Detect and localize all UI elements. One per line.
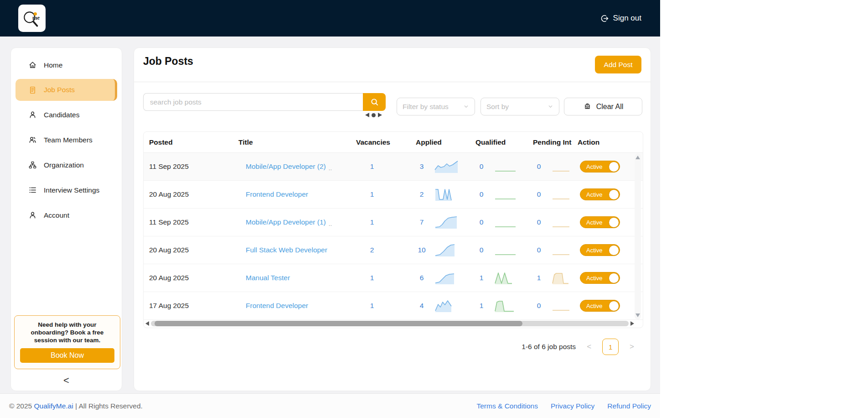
copyright-suffix: | All Rights Reserved.: [73, 402, 143, 410]
home-icon: [28, 61, 37, 70]
sidebar-item-team-members[interactable]: Team Members: [11, 127, 122, 152]
vacancies-cell: 1: [356, 153, 416, 180]
vacancies-count[interactable]: 1: [367, 274, 377, 282]
pending-count[interactable]: 0: [533, 246, 545, 254]
pending-count[interactable]: 0: [533, 302, 545, 310]
job-title-link[interactable]: Mobile/App Developer (1): [246, 218, 326, 226]
toggle-knob: [609, 190, 619, 199]
truncation-dots: ..: [329, 220, 332, 227]
vacancies-count[interactable]: 2: [367, 246, 377, 254]
sidebar-item-interview-settings[interactable]: Interview Settings: [11, 178, 122, 203]
status-toggle[interactable]: Active: [580, 188, 620, 200]
horizontal-scroll-track[interactable]: [151, 321, 629, 326]
scroll-up-arrow-icon[interactable]: [636, 156, 640, 159]
sidebar-item-job-posts[interactable]: Job Posts: [16, 79, 117, 101]
applied-count[interactable]: 2: [416, 190, 428, 199]
pagination-prev-button[interactable]: <: [585, 342, 593, 351]
qualified-cell: 1: [475, 264, 533, 292]
qualified-cell: 0: [475, 153, 533, 180]
status-toggle[interactable]: Active: [580, 272, 620, 284]
toggle-knob: [609, 273, 619, 283]
main-panel: Job Posts Add Post Filter by status: [134, 47, 651, 391]
pagination-next-button[interactable]: >: [628, 342, 636, 351]
vacancies-count[interactable]: 1: [367, 190, 377, 199]
scroll-down-arrow-icon[interactable]: [636, 314, 640, 317]
sidebar-item-candidates[interactable]: Candidates: [11, 102, 122, 127]
qualified-sparkline: [494, 160, 519, 173]
sidebar-item-label: Home: [44, 61, 62, 69]
terms-link[interactable]: Terms & Conditions: [477, 402, 538, 410]
status-toggle[interactable]: Active: [580, 216, 620, 228]
job-title-link[interactable]: Frontend Developer: [246, 190, 308, 199]
job-title-link[interactable]: Mobile/App Developer (2): [246, 162, 326, 171]
status-label: Active: [580, 219, 602, 226]
qualified-count[interactable]: 1: [475, 274, 487, 282]
applied-count[interactable]: 4: [416, 302, 428, 310]
qualifyme-link[interactable]: QualifyMe.ai: [34, 402, 73, 410]
applied-sparkline: [434, 188, 460, 201]
status-toggle[interactable]: Active: [580, 244, 620, 256]
clear-all-button[interactable]: Clear All: [564, 98, 642, 115]
filter-status-placeholder: Filter by status: [403, 103, 449, 111]
search-button[interactable]: [363, 93, 386, 111]
qualified-count[interactable]: 1: [475, 302, 487, 310]
horizontal-scrollbar[interactable]: [145, 320, 634, 327]
posted-date: 20 Aug 2025: [144, 264, 238, 292]
sign-out-button[interactable]: Sign out: [600, 14, 641, 23]
qualified-count[interactable]: 0: [475, 218, 487, 226]
magnifier-logo-icon: me: [21, 8, 42, 29]
posted-date: 17 Aug 2025: [144, 292, 238, 319]
table-row: 20 Aug 2025 Manual Tester 1 6 1 1 Active: [144, 264, 643, 292]
add-post-button[interactable]: Add Post: [595, 56, 641, 73]
job-title-link[interactable]: Full Stack Web Developer: [246, 246, 327, 254]
applied-count[interactable]: 10: [416, 246, 428, 254]
applied-count[interactable]: 3: [416, 162, 428, 171]
filter-by-status-select[interactable]: Filter by status: [397, 98, 475, 115]
sidebar-item-label: Candidates: [44, 111, 79, 119]
toggle-knob: [609, 246, 619, 255]
sidebar-collapse-button[interactable]: <: [11, 376, 122, 386]
applied-count[interactable]: 6: [416, 274, 428, 282]
search-input[interactable]: [143, 93, 363, 111]
toggle-knob: [609, 301, 619, 311]
qualified-count[interactable]: 0: [475, 246, 487, 254]
pagination-page-1[interactable]: 1: [602, 339, 619, 355]
top-bar: me Sign out: [0, 0, 660, 37]
sidebar-item-account[interactable]: Account: [11, 203, 122, 228]
pending-count[interactable]: 0: [533, 162, 545, 171]
privacy-link[interactable]: Privacy Policy: [551, 402, 594, 410]
book-now-button[interactable]: Book Now: [20, 348, 114, 363]
job-title-link[interactable]: Frontend Developer: [246, 302, 308, 310]
qualified-count[interactable]: 0: [475, 190, 487, 199]
copyright-prefix: © 2025: [9, 402, 34, 410]
sidebar-item-label: Interview Settings: [44, 186, 99, 194]
job-title-link[interactable]: Manual Tester: [246, 274, 290, 282]
resize-handle[interactable]: [365, 113, 382, 117]
pending-sparkline: [551, 215, 571, 229]
qualified-sparkline: [494, 243, 519, 257]
pending-count[interactable]: 0: [533, 190, 545, 199]
scroll-left-arrow-icon[interactable]: [145, 321, 149, 326]
applied-sparkline: [434, 299, 460, 313]
pending-count[interactable]: 1: [533, 274, 545, 282]
sort-by-select[interactable]: Sort by: [480, 98, 559, 115]
status-label: Active: [580, 247, 602, 254]
scroll-right-arrow-icon[interactable]: [630, 321, 634, 326]
brand-logo[interactable]: me: [18, 5, 46, 32]
applied-count[interactable]: 7: [416, 218, 428, 226]
vacancies-count[interactable]: 1: [367, 162, 377, 171]
status-toggle[interactable]: Active: [580, 300, 620, 312]
qualified-cell: 0: [475, 209, 533, 236]
horizontal-scroll-thumb[interactable]: [155, 321, 522, 326]
sidebar-item-organization[interactable]: Organization: [11, 152, 122, 178]
status-toggle[interactable]: Active: [580, 161, 620, 172]
refund-link[interactable]: Refund Policy: [607, 402, 651, 410]
vacancies-count[interactable]: 1: [367, 302, 377, 310]
qualified-count[interactable]: 0: [475, 162, 487, 171]
vacancies-count[interactable]: 1: [367, 218, 377, 226]
column-header-title: Title: [238, 138, 356, 146]
vertical-scrollbar[interactable]: [635, 153, 641, 319]
pending-count[interactable]: 0: [533, 218, 545, 226]
posted-date: 20 Aug 2025: [144, 236, 238, 264]
sidebar-item-home[interactable]: Home: [11, 52, 122, 78]
